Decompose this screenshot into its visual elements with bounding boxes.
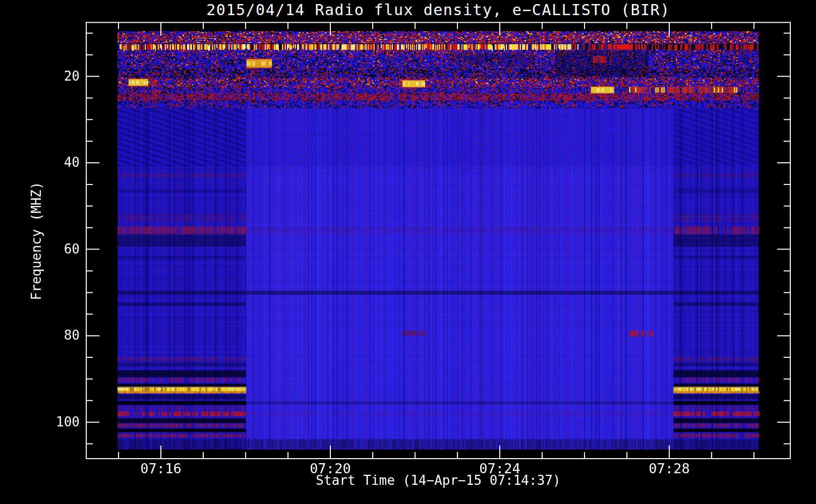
y-tick-label: 100 bbox=[20, 414, 80, 429]
y-tick-label: 20 bbox=[20, 69, 80, 84]
spectrogram-canvas bbox=[87, 23, 790, 458]
y-tick-label: 40 bbox=[20, 155, 80, 170]
x-tick-label: 07:20 bbox=[295, 461, 366, 476]
x-tick-label: 07:28 bbox=[634, 461, 705, 476]
chart-title: 2015/04/14 Radio flux density, e−CALLIST… bbox=[86, 1, 790, 19]
y-tick-label: 80 bbox=[20, 328, 80, 343]
y-tick-label: 60 bbox=[20, 241, 80, 257]
x-tick-label: 07:16 bbox=[126, 461, 196, 476]
spectrogram-page: 2015/04/14 Radio flux density, e−CALLIST… bbox=[0, 0, 816, 504]
x-tick-label: 07:24 bbox=[464, 461, 535, 476]
